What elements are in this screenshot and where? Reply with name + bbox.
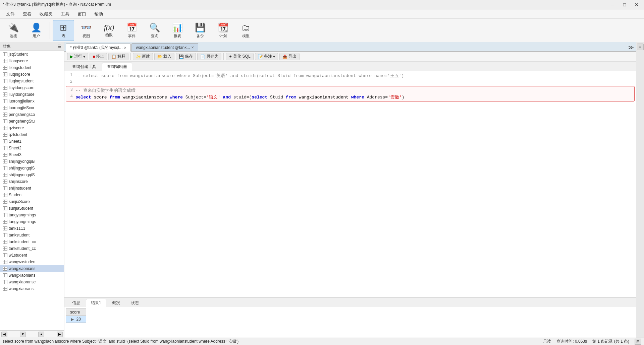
table-icon-w1student [3,253,7,257]
menu-help[interactable]: 帮助 [91,10,106,18]
sidebar-item-w1student[interactable]: w1student [0,252,64,259]
toolbar-user[interactable]: 👤 用户 [25,20,47,41]
sidebar-item-shijingyongqiS2[interactable]: shijingyongqiS [0,165,64,171]
close-button[interactable]: ✕ [632,1,641,8]
sidebar-item-liuqingscore[interactable]: liuqingscore [0,71,64,78]
sidebar-scroll-right[interactable]: ▶ [57,332,63,337]
sidebar-item-Student[interactable]: Student [0,192,64,198]
sidebar-collapse-icon[interactable]: ☰ [58,44,61,49]
tabs-bar: * 作业3 @tank1 (我的mysql... ✕ wangxiaonians… [64,42,636,52]
sidebar-scroll-down[interactable]: ▼ [20,332,26,337]
maximize-button[interactable]: □ [620,1,629,8]
sidebar-item-tankstudent_cc[interactable]: tankstudent_cc [0,238,64,245]
sidebar-item-qztstudent[interactable]: qztstudent [0,131,64,138]
load-button[interactable]: 📂 载入 [154,53,174,60]
sidebar-item-Sheet2[interactable]: Sheet2 [0,145,64,151]
toolbar-model[interactable]: 🗂 模型 [235,20,257,41]
result-tab-status[interactable]: 状态 [126,299,144,307]
sidebar-item-wangxiaonians2[interactable]: wangxiaonians [0,272,64,279]
sidebar-item-shijinstudent[interactable]: shijinstudent [0,185,64,192]
sidebar-item-qztscore[interactable]: qztscore [0,125,64,131]
sidebar-item-lilongstudent[interactable]: lilongstudent [0,64,64,71]
tab-student-close-icon[interactable]: ✕ [191,46,194,49]
toolbar-view[interactable]: 👓 视图 [75,20,97,41]
sidebar-item-wangxiaoransc[interactable]: wangxiaoransc [0,279,64,285]
toolbar-backup[interactable]: 💾 备份 [190,20,211,41]
tab-query-active[interactable]: * 作业3 @tank1 (我的mysql... ✕ [66,44,131,52]
toolbar-connect[interactable]: 🔌 连接 [3,20,24,41]
result-data-row[interactable]: ▶ 28 [66,316,86,323]
sidebar-scroll-up[interactable]: ▲ [38,332,44,337]
sidebar-item-pengshengsco[interactable]: pengshengsco [0,111,64,118]
sidebar-item-Sheet3[interactable]: Sheet3 [0,151,64,158]
sidebar-item-Sheet1[interactable]: Sheet1 [0,138,64,145]
sidebar-item-wangxiaoranst[interactable]: wangxiaoranst [0,285,64,292]
beautify-icon: ✦ [229,54,232,59]
toolbar-event[interactable]: 📅 事件 [121,20,143,41]
sidebar-item-lilongscore[interactable]: lilongscore [0,58,64,64]
sidebar-item-tangyangmings[interactable]: tangyangmings [0,212,64,218]
new-button[interactable]: ✨ 新建 [133,53,153,60]
explain-button[interactable]: 📋 解释 [108,53,128,60]
save-button[interactable]: 💾 保存 [176,53,196,60]
sidebar-item-luorongjieScor[interactable]: luorongjieScor [0,105,64,111]
stop-button[interactable]: ■ 停止 [90,53,107,60]
menubar: 文件 查看 收藏夹 工具 窗口 帮助 [0,9,644,19]
sidebar-item-sunjiaStudent[interactable]: sunjiaStudent [0,205,64,212]
sidebar-item-sunjiaScore[interactable]: sunjiaScore [0,198,64,205]
statusbar-sql: select score from wangxiaonianscore wher… [3,339,238,344]
toolbar-user-label: 用户 [33,33,40,39]
subtab-editor[interactable]: 查询编辑器 [102,63,132,71]
toolbar-query[interactable]: 🔍 查询 [144,20,165,41]
toolbar-report[interactable]: 📊 报表 [167,20,188,41]
result-tab-overview[interactable]: 概况 [107,299,125,307]
sidebar-item-pengshengStu[interactable]: pengshengStu [0,118,64,125]
toolbar-table[interactable]: ⊞ 表 [53,20,74,41]
toolbar-function[interactable]: f(x) 函数 [98,20,120,41]
sidebar-scroll-left[interactable]: ◀ [1,332,7,337]
status-grid-btn[interactable]: ⊞ [635,339,641,345]
tab-close-icon[interactable]: ✕ [124,46,126,50]
sidebar-item-liuyidongscore[interactable]: liuyidongscore [0,84,64,91]
menu-tools[interactable]: 工具 [57,10,73,18]
menu-window[interactable]: 窗口 [74,10,90,18]
sidebar-item-luorongjielianx[interactable]: luorongjielianx [0,98,64,105]
titlebar: * 作业3 @tank1 (我的mysql数据库) - 查询 - Navicat… [0,0,644,9]
line-content-3: -- 查来自安徽学生的语文成绩 [75,87,634,93]
sidebar-item-shijingyongqiS[interactable]: shijingyongqiS [0,171,64,178]
statusbar-left: select score from wangxiaonianscore wher… [3,339,238,344]
result-tab-info[interactable]: 信息 [67,299,85,307]
tab-panel-button[interactable]: ≫ [626,44,636,51]
run-button[interactable]: ▶ 运行 ▾ [67,53,88,60]
sidebar-item-tangyangming2[interactable]: tangyangmings [0,218,64,225]
export-button[interactable]: 📤 导出 [279,53,300,60]
code-editor[interactable]: 1 -- select score from wangxiaonianscore… [64,71,636,297]
minimize-button[interactable]: ─ [608,1,617,8]
beautify-button[interactable]: ✦ 美化 SQL [226,53,253,60]
table-icon-wangxiaonians [3,267,7,271]
menu-favorites[interactable]: 收藏夹 [36,10,56,18]
subtab-builder[interactable]: 查询创建工具 [67,63,101,71]
table-icon-shijingyongqiS3 [3,173,7,177]
menu-file[interactable]: 文件 [3,10,18,18]
sidebar-item-wangwxstuden[interactable]: wangwxstuden [0,259,64,265]
row-indicator: ▶ [71,317,74,321]
toolbar-schedule[interactable]: 📆 计划 [212,20,234,41]
sidebar-item-jsqStudent[interactable]: jsqStudent [0,51,64,58]
sidebar-item-liuqingstudent[interactable]: liuqingstudent [0,78,64,84]
sidebar-item-tankstudent[interactable]: tankstudent [0,232,64,238]
right-bar-btn-1[interactable]: ≡ [637,44,644,50]
sidebar-item-shijinscore[interactable]: shijinscore [0,178,64,185]
tab-query-label: * 作业3 @tank1 (我的mysql... [70,45,122,51]
sidebar-item-tank1111[interactable]: tank1111 [0,225,64,232]
sidebar-item-shijingyongqiB[interactable]: shijingyongqiB [0,158,64,165]
readonly-badge: 只读 [543,339,551,344]
comment-button[interactable]: 📝 备注 ▾ [255,53,278,60]
sidebar-item-wangxiaonians[interactable]: wangxiaonians [0,265,64,272]
sidebar-item-liuyidongstude[interactable]: liuyidongstude [0,91,64,98]
menu-view[interactable]: 查看 [19,10,35,18]
result-tab-result1[interactable]: 结果1 [86,299,106,307]
sidebar-item-tankstudent_cc2[interactable]: tankstudent_cc [0,245,64,252]
tab-student[interactable]: wangxiaonianstudent @tank... ✕ [131,43,198,51]
save-as-button[interactable]: 📄 另存为 [197,53,221,60]
